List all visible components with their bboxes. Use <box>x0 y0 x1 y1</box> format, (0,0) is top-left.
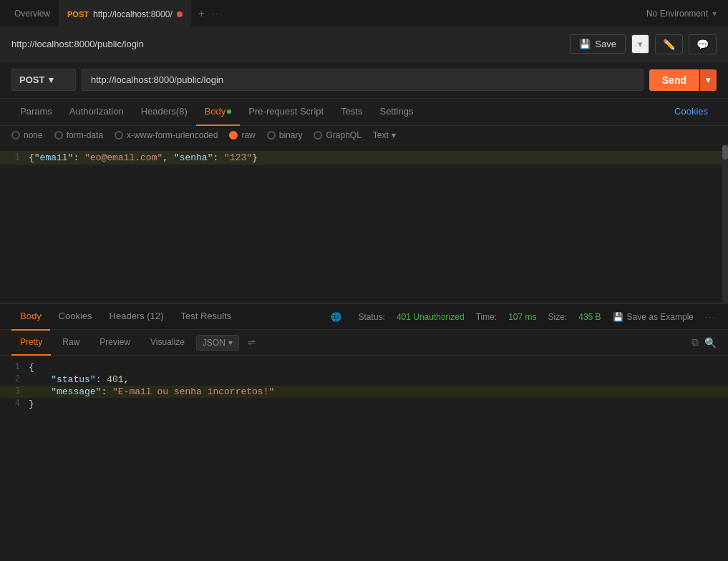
send-button[interactable]: Send <box>649 69 699 91</box>
save-button[interactable]: 💾 Save <box>570 34 626 54</box>
response-subtabs: Pretty Raw Preview Visualize JSON ▾ ⇌ ⧉ … <box>0 330 728 356</box>
option-url-label: x-www-form-urlencoded <box>127 130 218 140</box>
status-label: Status: <box>359 312 385 322</box>
resp-tab-preview[interactable]: Preview <box>91 330 139 356</box>
option-raw-label: raw <box>241 130 255 140</box>
header-url: http://localhost:8000/public/login <box>11 39 570 49</box>
radio-url-dot <box>115 131 123 140</box>
tab-request[interactable]: POST http://localhost:8000/ <box>59 0 191 27</box>
tab-add-button[interactable]: + <box>191 7 212 20</box>
tab-tests[interactable]: Tests <box>332 99 371 126</box>
resp-content-3: "message": "E-mail ou senha incorretos!" <box>29 386 274 397</box>
tab-params[interactable]: Params <box>11 99 61 126</box>
url-bar: POST ▾ Send ▾ <box>0 62 728 99</box>
resp-num-1: 1 <box>0 362 29 372</box>
option-none-label: none <box>24 130 43 140</box>
radio-raw-dot <box>229 131 238 140</box>
comment-icon-button[interactable]: 💬 <box>689 34 717 54</box>
request-editor: 1 {"email": "eo@email.com", "senha": "12… <box>0 145 728 303</box>
option-graphql[interactable]: GraphQL <box>314 130 361 140</box>
radio-binary-dot <box>267 131 276 140</box>
time-value: 107 ms <box>508 312 536 322</box>
body-dot-indicator <box>227 109 231 114</box>
format-label: Text <box>373 130 389 140</box>
tab-more-button[interactable]: ··· <box>212 9 223 19</box>
option-binary[interactable]: binary <box>267 130 303 140</box>
tab-bar: Overview POST http://localhost:8000/ + ·… <box>0 0 728 27</box>
resp-tab-pretty[interactable]: Pretty <box>11 330 51 356</box>
response-line-3: 3 "message": "E-mail ou senha incorretos… <box>0 386 728 398</box>
json-format-selector[interactable]: JSON ▾ <box>196 335 239 351</box>
tab-authorization[interactable]: Authorization <box>61 99 132 126</box>
env-label: No Environment <box>646 9 708 19</box>
wrap-icon[interactable]: ⇌ <box>248 337 256 348</box>
save-example-button[interactable]: 💾 Save as Example <box>613 312 694 322</box>
method-chevron-icon: ▾ <box>49 74 54 85</box>
copy-response-button[interactable]: ⧉ <box>691 336 699 348</box>
send-chevron-button[interactable]: ▾ <box>700 69 717 91</box>
tab-request-url: http://localhost:8000/ <box>93 9 173 19</box>
save-chevron-button[interactable]: ▾ <box>631 34 649 54</box>
json-format-label: JSON <box>203 338 225 348</box>
format-chevron-icon: ▾ <box>392 130 396 140</box>
line-content-1[interactable]: {"email": "eo@email.com", "senha": "123"… <box>29 152 258 163</box>
search-response-button[interactable]: 🔍 <box>704 337 717 348</box>
response-body-label: Body <box>20 311 42 321</box>
response-line-1: 1 { <box>0 361 728 374</box>
response-header: Body Cookies Headers (12) Test Results 🌐… <box>0 303 728 330</box>
tab-headers-label: Headers <box>141 106 176 117</box>
environment-selector[interactable]: No Environment ▾ <box>641 6 722 21</box>
body-options-row: none form-data x-www-form-urlencoded raw… <box>0 126 728 145</box>
response-tests-label: Test Results <box>180 311 231 321</box>
resp-num-3: 3 <box>0 386 29 396</box>
save-label: Save <box>595 39 616 49</box>
tab-headers[interactable]: Headers (8) <box>132 99 196 126</box>
option-raw[interactable]: raw <box>229 130 255 140</box>
response-tab-headers[interactable]: Headers (12) <box>101 303 173 331</box>
tab-body[interactable]: Body <box>196 99 241 126</box>
option-none[interactable]: none <box>11 130 43 140</box>
save-example-label: Save as Example <box>627 312 694 322</box>
radio-form-dot <box>54 131 63 140</box>
tab-auth-label: Authorization <box>69 106 124 117</box>
tab-close-dot <box>177 11 183 17</box>
request-tabs-row: Params Authorization Headers (8) Body Pr… <box>0 99 728 126</box>
time-label: Time: <box>476 312 498 322</box>
tab-overview[interactable]: Overview <box>6 0 59 27</box>
response-more-button[interactable]: ··· <box>705 312 717 322</box>
url-input[interactable] <box>82 69 644 91</box>
send-wrapper: Send ▾ <box>649 69 717 91</box>
globe-icon: 🌐 <box>331 312 341 322</box>
preview-label: Preview <box>100 337 130 347</box>
radio-graphql-dot <box>314 131 322 140</box>
response-meta: 🌐 Status: 401 Unauthorized Time: 107 ms … <box>331 312 717 322</box>
tab-tests-label: Tests <box>341 106 362 117</box>
resp-content-4: } <box>29 399 34 409</box>
response-tab-tests[interactable]: Test Results <box>172 303 240 331</box>
tab-body-label: Body <box>205 106 226 117</box>
resp-tab-raw[interactable]: Raw <box>54 330 88 356</box>
response-headers-label: Headers (12) <box>110 311 164 321</box>
edit-icon-button[interactable]: ✏️ <box>655 34 683 54</box>
tab-prerequest-label: Pre-request Script <box>248 106 324 117</box>
resp-tab-visualize[interactable]: Visualize <box>142 330 193 356</box>
method-label: POST <box>19 74 44 85</box>
size-label: Size: <box>548 312 568 322</box>
tab-method-badge: POST <box>67 10 89 19</box>
format-selector[interactable]: Text ▾ <box>373 130 396 140</box>
option-form-data[interactable]: form-data <box>54 130 103 140</box>
tab-overview-label: Overview <box>14 9 50 19</box>
resp-content-1: { <box>29 362 34 373</box>
line-num-1: 1 <box>0 152 29 162</box>
option-urlencoded[interactable]: x-www-form-urlencoded <box>115 130 218 140</box>
option-graphql-label: GraphQL <box>326 130 361 140</box>
method-selector[interactable]: POST ▾ <box>11 69 76 91</box>
response-tab-cookies[interactable]: Cookies <box>50 303 101 331</box>
editor-scrollbar[interactable] <box>722 145 728 303</box>
resp-num-2: 2 <box>0 374 29 384</box>
response-tab-body[interactable]: Body <box>11 303 50 331</box>
size-value: 435 B <box>578 312 601 322</box>
tab-cookies[interactable]: Cookies <box>666 99 717 126</box>
tab-settings[interactable]: Settings <box>371 99 422 126</box>
tab-prerequest[interactable]: Pre-request Script <box>240 99 332 126</box>
